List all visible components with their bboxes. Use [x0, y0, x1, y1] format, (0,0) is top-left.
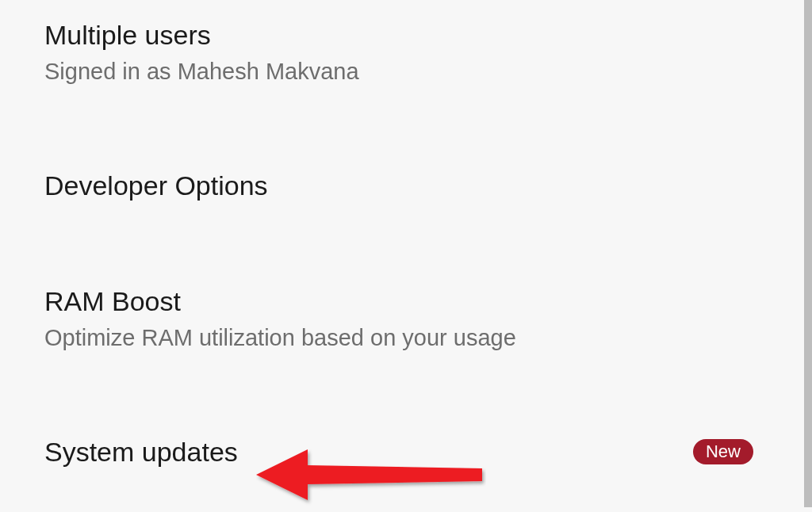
setting-title: Multiple users	[44, 17, 753, 52]
setting-multiple-users[interactable]: Multiple users Signed in as Mahesh Makva…	[44, 8, 753, 97]
setting-title: RAM Boost	[44, 284, 753, 319]
setting-ram-boost[interactable]: RAM Boost Optimize RAM utilization based…	[44, 274, 753, 363]
setting-developer-options[interactable]: Developer Options	[44, 159, 753, 212]
setting-title: System updates	[44, 434, 238, 469]
setting-subtitle: Signed in as Mahesh Makvana	[44, 57, 753, 87]
setting-system-updates[interactable]: System updates New	[44, 425, 753, 479]
new-badge: New	[693, 439, 753, 464]
scrollbar[interactable]	[804, 0, 812, 507]
setting-subtitle: Optimize RAM utilization based on your u…	[44, 323, 753, 353]
setting-title: Developer Options	[44, 168, 753, 203]
settings-list: Multiple users Signed in as Mahesh Makva…	[0, 0, 801, 479]
